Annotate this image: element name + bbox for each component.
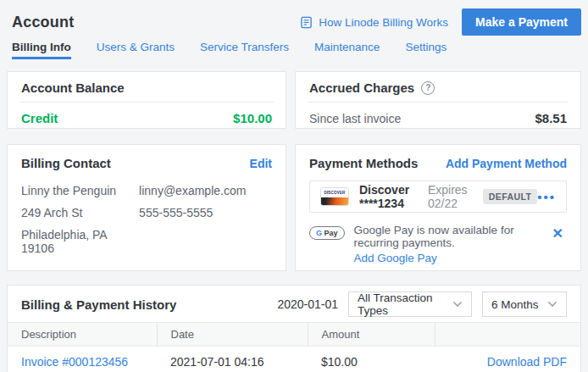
balance-label: Credit <box>21 111 58 125</box>
page-header: Account How Linode Billing Works Make a … <box>0 0 588 37</box>
account-tabs: Billing Info Users & Grants Service Tran… <box>0 37 588 59</box>
billing-history-table: Description Date Amount Invoice #0001234… <box>8 322 580 372</box>
tab-maintenance[interactable]: Maintenance <box>314 41 380 59</box>
billing-docs-link[interactable]: How Linode Billing Works <box>300 16 448 29</box>
contact-address-line2: Philadelphia, PA 19106 <box>21 228 139 255</box>
tab-billing-info[interactable]: Billing Info <box>12 41 71 59</box>
add-payment-method-button[interactable]: Add Payment Method <box>446 157 567 170</box>
chevron-down-icon <box>452 301 463 308</box>
contact-name: Linny the Penguin <box>21 184 139 197</box>
divider <box>308 102 569 103</box>
edit-contact-button[interactable]: Edit <box>250 157 272 170</box>
accrued-charges-title: Accrued Charges <box>309 81 414 95</box>
google-pay-banner: G Pay Google Pay is now available for re… <box>309 224 567 264</box>
tab-settings[interactable]: Settings <box>405 41 447 59</box>
discover-card-brand: DISCOVER <box>321 188 348 197</box>
make-payment-button[interactable]: Make a Payment <box>462 8 581 36</box>
payment-method-row: DISCOVER Discover ****1234 Expires 02/22… <box>309 180 567 213</box>
table-row: Invoice #000123456 2021-07-01 04:16 $10.… <box>8 347 580 372</box>
account-balance-card: Account Balance Credit $10.00 <box>7 71 286 129</box>
history-start-date[interactable]: 2020-01-01 <box>277 297 338 311</box>
invoice-link[interactable]: Invoice #000123456 <box>21 355 128 369</box>
chevron-down-icon <box>547 301 557 308</box>
accrued-charges-label: Since last invoice <box>309 112 401 125</box>
column-header-amount: Amount <box>308 323 435 347</box>
contact-address-line1: 249 Arch St <box>21 206 139 219</box>
discover-card-icon: DISCOVER <box>320 187 349 206</box>
google-pay-icon: G Pay <box>309 226 345 240</box>
column-header-description: Description <box>8 323 157 347</box>
card-expiry: Expires 02/22 <box>428 183 471 210</box>
balance-amount: $10.00 <box>233 111 272 125</box>
date-range-value: 6 Months <box>491 298 539 311</box>
row-amount: $10.00 <box>308 347 435 372</box>
tab-service-transfers[interactable]: Service Transfers <box>200 41 289 59</box>
payment-methods-title: Payment Methods <box>309 156 418 170</box>
download-pdf-link[interactable]: Download PDF <box>487 355 567 369</box>
default-badge: DEFAULT <box>483 189 537 204</box>
card-actions-menu-icon[interactable]: ••• <box>537 191 556 203</box>
accrued-charges-amount: $8.51 <box>535 111 567 125</box>
date-range-select[interactable]: 6 Months <box>482 291 567 317</box>
billing-history-card: Billing & Payment History 2020-01-01 All… <box>7 285 581 372</box>
billing-contact-title: Billing Contact <box>21 156 111 170</box>
account-balance-title: Account Balance <box>21 81 125 95</box>
tab-users-grants[interactable]: Users & Grants <box>97 41 175 59</box>
help-tooltip-icon[interactable]: ? <box>421 81 435 95</box>
add-google-pay-link[interactable]: Add Google Pay <box>354 252 549 264</box>
card-number-display: Discover ****1234 <box>359 183 418 210</box>
transaction-type-select[interactable]: All Transaction Types <box>348 291 472 317</box>
close-icon[interactable]: ✕ <box>549 224 567 243</box>
column-header-date: Date <box>157 323 308 347</box>
page-title: Account <box>12 14 74 31</box>
billing-contact-card: Billing Contact Edit Linny the Penguin 2… <box>7 144 286 271</box>
google-pay-message: Google Pay is now available for recurrin… <box>354 224 549 249</box>
payment-methods-card: Payment Methods Add Payment Method DISCO… <box>295 144 581 271</box>
billing-history-title: Billing & Payment History <box>21 297 176 312</box>
transaction-type-value: All Transaction Types <box>358 291 446 317</box>
document-icon <box>300 16 313 29</box>
row-date: 2021-07-01 04:16 <box>157 347 308 372</box>
column-header-actions <box>435 323 580 347</box>
contact-phone: 555-555-5555 <box>139 206 257 219</box>
billing-docs-link-label: How Linode Billing Works <box>319 16 448 29</box>
contact-email: linny@example.com <box>139 184 257 197</box>
accrued-charges-card: Accrued Charges ? Since last invoice $8.… <box>295 71 581 129</box>
divider <box>19 102 274 103</box>
